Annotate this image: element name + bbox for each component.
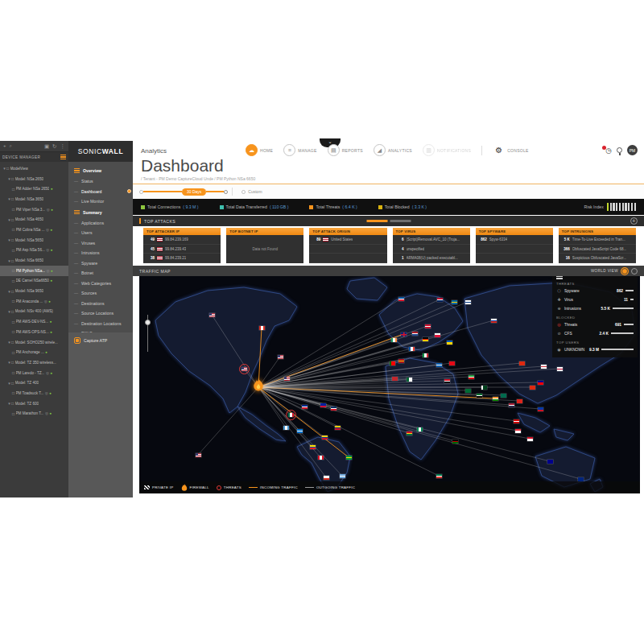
flag-marker-au[interactable] — [547, 460, 553, 464]
tree-item[interactable]: □PM Anchorage ...● — [0, 347, 68, 357]
panel-row[interactable]: 16Suspicious Obfuscated JavaScr... — [559, 254, 636, 263]
tree-item[interactable]: □PM AWS-OPS-NS...● — [0, 327, 68, 337]
checkbox-icon[interactable]: □ — [12, 187, 14, 192]
overlay-row-cfs[interactable]: ⊘CFS2.4 K — [556, 329, 634, 338]
flag-marker-do[interactable] — [331, 407, 336, 411]
flag-marker-de[interactable] — [423, 337, 428, 341]
carousel-pager[interactable] — [366, 220, 411, 222]
panel-row[interactable]: 4599.84.239.43 — [143, 245, 221, 254]
flag-marker-mx[interactable] — [288, 413, 294, 417]
flag-marker-br[interactable] — [346, 456, 352, 460]
checkbox-icon[interactable]: □ — [12, 370, 14, 375]
flag-marker-hk[interactable] — [530, 386, 535, 390]
flag-marker-gh[interactable] — [407, 431, 412, 436]
panel-row[interactable]: 1ARMA08(U) packed executabl... — [393, 254, 470, 263]
magnifier-icon[interactable]: ◎ — [46, 228, 49, 232]
bulb-icon[interactable] — [617, 147, 622, 153]
flag-marker-nl[interactable] — [412, 332, 418, 336]
menu-item-users[interactable]: —Users — [68, 228, 133, 238]
tree-item[interactable]: ▾□Model: NSa 5650 — [0, 235, 68, 246]
magnifier-icon[interactable]: ◎ — [46, 371, 49, 375]
flag-marker-in[interactable] — [493, 397, 498, 401]
flag-marker-dz[interactable] — [407, 378, 412, 382]
flag-marker-ve[interactable] — [335, 426, 341, 430]
magnifier-icon[interactable]: ◎ — [45, 391, 48, 395]
flag-marker-it[interactable] — [423, 353, 428, 357]
world-view-toggle-on[interactable] — [621, 268, 628, 275]
panel-row[interactable]: 4unspecified — [393, 245, 470, 254]
tree-item[interactable]: ▾□ModelView — [0, 163, 68, 174]
flag-marker-ru[interactable] — [491, 319, 497, 323]
magnifier-icon[interactable]: ◎ — [45, 411, 48, 415]
tree-item[interactable]: □PM Viper NSa 3...◎● — [0, 204, 68, 215]
nav-item-notifications[interactable]: ▥NOTIFICATIONS — [423, 144, 471, 156]
panel-row[interactable]: 862Spyw-6334 — [476, 235, 553, 245]
flag-marker-co[interactable] — [322, 436, 328, 440]
menu-item-destinations[interactable]: —Destinations — [68, 299, 133, 309]
flag-marker-hn[interactable] — [297, 429, 303, 433]
nav-item-console[interactable]: ⚙CONSOLE — [493, 144, 529, 156]
checkbox-icon[interactable]: □ — [12, 329, 14, 334]
custom-radio[interactable] — [242, 190, 246, 194]
tree-item[interactable]: □PM Anaconda ...◎● — [0, 296, 68, 307]
flag-marker-ma[interactable] — [392, 377, 398, 381]
flag-marker-za[interactable] — [436, 474, 442, 478]
tree-item[interactable]: ▾□Model: TZ 350 wireless... — [0, 357, 68, 368]
checkbox-icon[interactable]: □ — [12, 279, 14, 283]
flag-marker-es[interactable] — [398, 359, 404, 363]
tree-toolbar-icon[interactable]: ⌕ — [10, 143, 12, 149]
add-widget-icon[interactable]: + — [630, 217, 638, 225]
menu-item-botnet[interactable]: —Botnet — [68, 268, 133, 279]
tree-item[interactable]: □DE Camel NSa6650● — [0, 276, 68, 287]
menu-item-applications[interactable]: —Applications — [68, 218, 133, 229]
nav-item-analytics[interactable]: ◢ANALYTICS — [374, 144, 412, 156]
flag-marker-sa[interactable] — [465, 389, 471, 393]
checkbox-icon[interactable]: □ — [12, 350, 14, 355]
alarm-icon[interactable]: ◷ — [605, 147, 612, 155]
flag-marker-ir[interactable] — [469, 375, 474, 379]
flag-marker-gr[interactable] — [436, 363, 442, 367]
flag-marker-eg[interactable] — [444, 379, 450, 383]
map-zoom-slider[interactable] — [144, 315, 151, 352]
menu-item-destination-locations[interactable]: —Destination Locations — [68, 319, 133, 329]
flag-marker-no[interactable] — [437, 298, 443, 302]
panel-row[interactable]: 4999.84.239.169 — [143, 235, 221, 245]
menu-item-summary[interactable]: Summary — [68, 207, 133, 218]
flag-marker-ua[interactable] — [447, 341, 452, 345]
flag-marker-kr[interactable] — [541, 365, 547, 369]
flag-marker-tr[interactable] — [449, 361, 455, 365]
menu-item-status[interactable]: —Status — [68, 176, 133, 187]
flag-marker-ae[interactable] — [477, 394, 482, 398]
menu-item-viruses[interactable]: —Viruses — [68, 238, 133, 249]
panel-row[interactable]: 3899.84.239.21 — [143, 254, 221, 263]
checkbox-icon[interactable]: □ — [12, 320, 14, 324]
overlay-row-threats[interactable]: ◎Threats691 — [556, 320, 634, 329]
flag-marker-cu[interactable] — [302, 405, 308, 409]
flag-marker-th[interactable] — [509, 403, 514, 407]
tree-item[interactable]: □PM AWS-DEV-NS...● — [0, 316, 68, 327]
flag-marker-fr[interactable] — [409, 347, 415, 351]
menu-item-capture-atp[interactable]: Capture ATP — [68, 332, 133, 349]
panel-row[interactable]: 89United States — [309, 235, 386, 245]
tree-item[interactable]: □PM Cobra NSa ...◎● — [0, 225, 68, 235]
flag-marker-ca[interactable] — [259, 326, 265, 330]
tree-item[interactable]: ▾□Model: NSa 2650 — [0, 174, 68, 184]
flag-marker-se[interactable] — [452, 300, 457, 304]
world-view-toggle-off[interactable] — [631, 268, 638, 275]
flag-marker-sg[interactable] — [515, 429, 521, 433]
flag-marker-ph[interactable] — [538, 407, 543, 411]
menu-item-overview[interactable]: Overview — [68, 165, 133, 176]
flag-marker-cn[interactable] — [519, 361, 525, 365]
flag-marker-pe[interactable] — [318, 456, 324, 460]
flag-marker-bd[interactable] — [501, 394, 506, 398]
flag-marker-ng[interactable] — [417, 427, 423, 431]
tree-item[interactable]: ▾□Model: NSa 9650 — [0, 286, 68, 296]
flag-marker-id[interactable] — [527, 437, 533, 441]
tree-item[interactable]: ▾□Model: TZ 600 — [0, 398, 68, 409]
overlay-row-unknown[interactable]: ◉UNKNOWN9.3 M — [556, 345, 634, 354]
avatar[interactable]: PM — [627, 145, 638, 155]
flag-marker-is[interactable] — [398, 297, 404, 301]
menu-item-spyware[interactable]: —Spyware — [68, 258, 133, 269]
tree-item[interactable]: ▾□Model: NSa 4650 — [0, 214, 68, 225]
flag-marker-us[interactable] — [242, 367, 247, 371]
